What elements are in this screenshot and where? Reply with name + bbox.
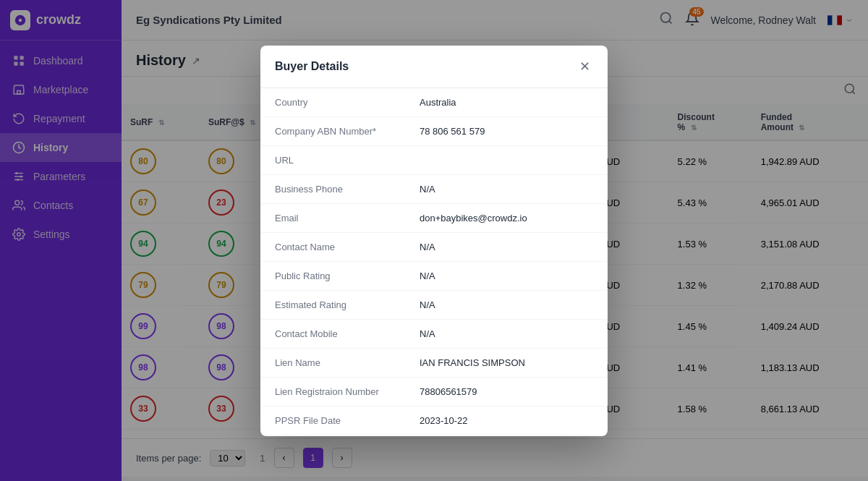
modal-field-label: Public Rating xyxy=(275,271,420,281)
modal-field-row: Estimated Rating N/A xyxy=(260,291,608,320)
modal-field-value: don+baybikes@crowdz.io xyxy=(420,213,593,224)
modal-field-value: N/A xyxy=(420,184,593,195)
modal-field-label: Contact Mobile xyxy=(275,328,420,339)
modal-field-row: Business Phone N/A xyxy=(260,175,608,204)
modal-field-value: 2023-10-22 xyxy=(420,415,593,426)
modal-field-label: Email xyxy=(275,213,420,224)
modal-field-value: 78 806 561 579 xyxy=(420,126,593,137)
modal-body: Country Australia Company ABN Number* 78… xyxy=(260,88,608,436)
modal-field-row: Public Rating N/A xyxy=(260,262,608,291)
buyer-details-modal: Buyer Details ✕ Country Australia Compan… xyxy=(260,46,608,436)
modal-field-value: IAN FRANCIS SIMPSON xyxy=(420,357,593,368)
modal-field-row: Country Australia xyxy=(260,88,608,117)
modal-field-row: URL xyxy=(260,146,608,175)
modal-field-value: Australia xyxy=(420,97,593,108)
modal-field-label: Contact Name xyxy=(275,242,420,252)
modal-close-button[interactable]: ✕ xyxy=(576,57,593,76)
modal-title: Buyer Details xyxy=(275,60,349,73)
modal-field-value: N/A xyxy=(420,328,593,339)
modal-field-row: Email don+baybikes@crowdz.io xyxy=(260,204,608,233)
modal-field-label: PPSR File Date xyxy=(275,415,420,426)
modal-field-label: Country xyxy=(275,97,420,108)
modal-field-label: Lien Name xyxy=(275,357,420,368)
modal-field-label: Company ABN Number* xyxy=(275,126,420,137)
modal-header: Buyer Details ✕ xyxy=(260,46,608,88)
modal-field-value: N/A xyxy=(420,242,593,252)
modal-field-label: URL xyxy=(275,155,420,166)
modal-overlay[interactable]: Buyer Details ✕ Country Australia Compan… xyxy=(0,0,868,481)
modal-field-row: Contact Name N/A xyxy=(260,233,608,262)
modal-field-row: Company ABN Number* 78 806 561 579 xyxy=(260,117,608,146)
modal-field-label: Business Phone xyxy=(275,184,420,195)
modal-field-value: 78806561579 xyxy=(420,386,593,397)
modal-field-label: Estimated Rating xyxy=(275,299,420,310)
modal-field-row: Lien Registraion Number 78806561579 xyxy=(260,378,608,406)
modal-field-row: PPSR REF # 202310220001452 xyxy=(260,435,608,436)
modal-field-row: Lien Name IAN FRANCIS SIMPSON xyxy=(260,349,608,378)
modal-field-value: N/A xyxy=(420,299,593,310)
modal-field-row: PPSR File Date 2023-10-22 xyxy=(260,406,608,435)
modal-field-row: Contact Mobile N/A xyxy=(260,320,608,349)
modal-field-value: N/A xyxy=(420,271,593,281)
modal-field-label: Lien Registraion Number xyxy=(275,386,420,397)
